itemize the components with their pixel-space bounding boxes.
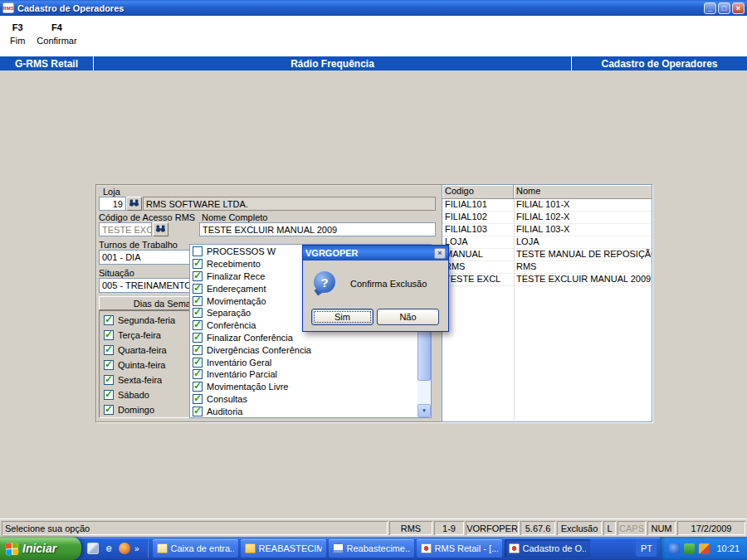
checkbox[interactable] (193, 296, 203, 306)
grid-column-codigo[interactable]: Codigo (442, 185, 514, 199)
codigo-acesso-input[interactable]: TESTE EXCL (99, 222, 152, 236)
start-button[interactable]: Iniciar (0, 537, 81, 560)
turnos-label: Turnos de Trabalho (99, 240, 178, 250)
app-header-strip: G-RMS Retail Rádio Frequência Cadastro d… (0, 56, 747, 71)
grid-row[interactable]: RMS RMS (442, 261, 652, 274)
show-desktop-icon[interactable] (87, 543, 99, 554)
processo-item[interactable]: Inventário Parcial (193, 368, 431, 381)
taskbar: Iniciar e » Caixa de entra... REABASTECI… (0, 537, 747, 560)
checkbox[interactable] (193, 345, 203, 355)
folder-icon (245, 543, 256, 553)
dialog-close-icon[interactable]: × (434, 248, 446, 259)
binoculars-icon (155, 225, 166, 235)
grid-row[interactable]: MANUAL TESTE MANUAL DE REPOSIÇÃO 200 (442, 249, 652, 261)
checkbox[interactable] (193, 394, 203, 404)
loja-search-button[interactable] (126, 197, 142, 211)
processo-label: Consultas (207, 394, 247, 404)
scroll-down-icon[interactable]: ▼ (417, 404, 431, 417)
loja-input[interactable]: 19 (99, 197, 126, 211)
checkbox[interactable] (193, 246, 203, 256)
codigo-search-button[interactable] (153, 222, 168, 236)
weekday-label: Segunda-feria (118, 315, 175, 325)
grid-column-nome[interactable]: Nome (514, 185, 652, 199)
processo-item[interactable]: Movimentação Livre (193, 381, 431, 393)
taskbar-task-button[interactable]: RMS Retail - [... (417, 539, 502, 558)
minimize-button[interactable]: _ (704, 2, 716, 14)
checkbox[interactable] (193, 308, 203, 318)
checkbox[interactable] (193, 320, 203, 330)
checkbox[interactable] (193, 407, 203, 416)
checkbox[interactable] (104, 315, 114, 325)
statusbar-cell: Exclusão (557, 521, 602, 535)
taskbar-task-button[interactable]: Cadastro de O... (505, 539, 590, 558)
grid-cell-codigo: FILIAL103 (442, 224, 514, 236)
task-buttons: Caixa de entra... REABASTECIM... Reabast… (150, 539, 633, 558)
quick-launch-app-icon[interactable] (119, 543, 130, 554)
nome-completo-label: Nome Completo (202, 212, 267, 222)
dialog-title: VGRGOPER (305, 248, 359, 258)
language-indicator[interactable]: PT (636, 540, 657, 557)
grid-row[interactable]: FILIAL102 FILIAL 102-X (442, 212, 652, 224)
statusbar-cell: VORFOPER (466, 521, 519, 535)
checkbox[interactable] (104, 390, 114, 400)
checkbox[interactable] (104, 345, 114, 355)
f4-key-label: F4 (51, 22, 62, 32)
processo-label: Recebimento (207, 259, 261, 269)
binoculars-icon (129, 199, 139, 209)
tray-status-icon[interactable] (684, 543, 695, 554)
statusbar-cell: 5.67.6 (520, 521, 555, 535)
header-screen-name: Cadastro de Operadores (572, 56, 747, 71)
grid-row[interactable]: LOJA LOJA (442, 236, 652, 249)
checkbox[interactable] (104, 405, 114, 415)
processo-label: Divergências Conferência (207, 345, 311, 355)
checkbox[interactable] (193, 284, 203, 294)
processo-item[interactable]: Finalizar Conferência (193, 332, 431, 344)
nao-button[interactable]: Não (377, 309, 439, 325)
processo-label: Finalizar Conferência (207, 333, 293, 343)
checkbox[interactable] (104, 360, 114, 370)
tray-app-icon[interactable] (669, 543, 680, 554)
question-icon: ? (314, 271, 335, 293)
checkbox[interactable] (193, 259, 203, 269)
loja-label: Loja (103, 187, 120, 197)
close-button[interactable]: × (732, 2, 745, 14)
task-label: RMS Retail - [... (435, 543, 498, 553)
checkbox[interactable] (193, 333, 203, 343)
processo-label: Finalizar Rece (207, 271, 265, 281)
checkbox[interactable] (104, 330, 114, 340)
windows-logo-icon (6, 542, 19, 555)
processo-label: Inventário Parcial (207, 369, 277, 379)
maximize-button[interactable]: □ (718, 2, 730, 14)
grid-row[interactable]: FILIAL103 FILIAL 103-X (442, 224, 652, 236)
status-message: Selecione sua opção (2, 521, 388, 535)
internet-explorer-icon[interactable]: e (103, 543, 115, 554)
task-label: Reabastecime... (347, 543, 410, 553)
taskbar-task-button[interactable]: REABASTECIM... (241, 539, 326, 558)
processo-item[interactable]: Auditoria (193, 405, 431, 417)
statusbar-cell: RMS (389, 521, 432, 535)
nome-completo-input[interactable]: TESTE EXCLUIR MANUAL 2009 (199, 222, 436, 236)
sim-button[interactable]: Sim (311, 309, 374, 325)
app-icon: RMS (2, 2, 14, 13)
statusbar-cell: 17/2/2009 (677, 521, 745, 535)
grid-row[interactable]: FILIAL101 FILIAL 101-X (442, 199, 652, 212)
checkbox[interactable] (193, 358, 203, 368)
processo-item[interactable]: Consultas (193, 393, 431, 406)
checkbox[interactable] (193, 271, 203, 281)
taskbar-task-button[interactable]: Caixa de entra... (153, 539, 238, 558)
processo-item[interactable]: Divergências Conferência (193, 343, 431, 356)
checkbox[interactable] (193, 369, 203, 379)
processo-item[interactable]: Inventário Geral (193, 356, 431, 368)
f4-confirmar-button[interactable]: F4 Confirmar (37, 22, 76, 56)
taskbar-task-button[interactable]: Reabastecime... (329, 539, 414, 558)
checkbox[interactable] (104, 375, 114, 385)
statusbar-cell: 1-9 (434, 521, 464, 535)
f3-fim-button[interactable]: F3 Fim (10, 22, 25, 56)
tray-utility-icon[interactable] (699, 543, 710, 554)
header-product-name: G-RMS Retail (0, 56, 94, 71)
checkbox[interactable] (193, 382, 203, 392)
statusbar-cell: NUM (647, 521, 676, 535)
grid-row[interactable]: TESTE EXCL TESTE EXCLUIR MANUAL 2009 (442, 274, 652, 286)
overflow-chevron-icon[interactable]: » (134, 544, 139, 553)
grid-cell-codigo: FILIAL101 (442, 199, 514, 211)
